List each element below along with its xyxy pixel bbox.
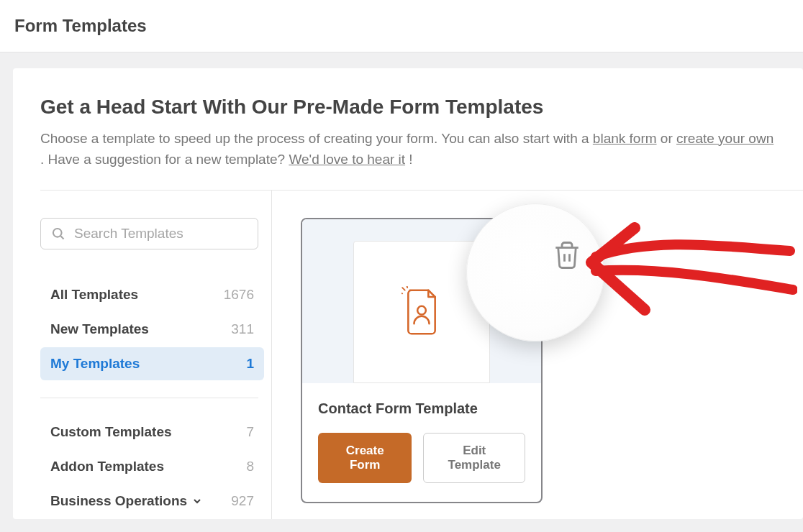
- sidebar-item-label: New Templates: [50, 321, 149, 337]
- sidebar-item-count: 7: [246, 424, 254, 440]
- search-input[interactable]: [74, 226, 248, 242]
- intro-section: Get a Head Start With Our Pre-Made Form …: [40, 96, 803, 170]
- sidebar-item-count: 927: [231, 493, 254, 509]
- trash-icon: [552, 240, 582, 270]
- magnifier-annotation: [466, 203, 604, 341]
- sidebar-item-business-operations[interactable]: Business Operations 927: [40, 485, 264, 518]
- sidebar-item-label: Custom Templates: [50, 424, 172, 440]
- intro-heading: Get a Head Start With Our Pre-Made Form …: [40, 96, 803, 119]
- sidebar-item-label: Addon Templates: [50, 459, 164, 474]
- intro-text-fragment: Choose a template to speed up the proces…: [40, 131, 593, 146]
- svg-point-4: [417, 306, 426, 315]
- sidebar-item-addon-templates[interactable]: Addon Templates 8: [40, 450, 264, 483]
- page-title: Form Templates: [14, 16, 789, 36]
- template-card-body: Contact Form Template Create Form Edit T…: [302, 383, 541, 502]
- contact-form-icon: [402, 286, 442, 338]
- template-title: Contact Form Template: [318, 400, 525, 417]
- content-row: All Templates 1676 New Templates 311 My …: [40, 191, 803, 519]
- sidebar-item-custom-templates[interactable]: Custom Templates 7: [40, 416, 264, 449]
- intro-text-fragment: or: [661, 131, 676, 146]
- svg-line-7: [402, 293, 402, 293]
- create-form-button[interactable]: Create Form: [318, 433, 412, 483]
- intro-text-fragment: !: [409, 152, 412, 167]
- edit-template-button[interactable]: Edit Template: [423, 433, 525, 483]
- intro-text: Choose a template to speed up the proces…: [40, 129, 774, 170]
- sidebar-item-new-templates[interactable]: New Templates 311: [40, 313, 264, 346]
- create-own-link[interactable]: create your own: [676, 131, 773, 146]
- header-bar: Form Templates: [0, 0, 803, 52]
- sidebar-item-count: 8: [246, 459, 254, 474]
- main-card: Get a Head Start With Our Pre-Made Form …: [13, 68, 803, 519]
- chevron-down-icon: [191, 495, 203, 507]
- results-area: Contact Form Template Create Form Edit T…: [272, 191, 803, 519]
- blank-form-link[interactable]: blank form: [593, 131, 657, 146]
- sidebar-item-label: My Templates: [50, 356, 140, 372]
- sidebar-item-label: Business Operations: [50, 493, 203, 509]
- svg-line-6: [407, 286, 407, 288]
- sidebar-item-count: 1676: [224, 287, 254, 303]
- svg-point-0: [53, 229, 62, 237]
- svg-line-1: [60, 236, 63, 239]
- sidebar-divider: [40, 398, 258, 398]
- feedback-link[interactable]: We'd love to hear it: [289, 152, 405, 167]
- search-icon: [51, 226, 65, 241]
- intro-text-fragment: . Have a suggestion for a new template?: [40, 152, 289, 167]
- sidebar-item-my-templates[interactable]: My Templates 1: [40, 347, 264, 380]
- arrow-annotation: [581, 222, 797, 337]
- sidebar-item-label: All Templates: [50, 287, 138, 303]
- sidebar-item-count: 311: [231, 321, 254, 337]
- sidebar-item-count: 1: [246, 356, 254, 372]
- sidebar: All Templates 1676 New Templates 311 My …: [40, 191, 272, 519]
- search-box[interactable]: [40, 218, 258, 249]
- sidebar-item-all-templates[interactable]: All Templates 1676: [40, 278, 264, 311]
- button-row: Create Form Edit Template: [318, 433, 525, 483]
- svg-line-5: [402, 288, 405, 290]
